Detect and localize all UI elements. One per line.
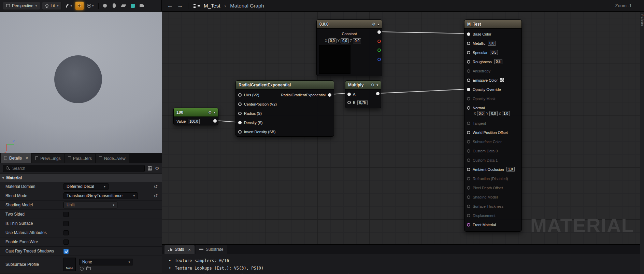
output-pin-result[interactable] (328, 93, 331, 97)
preview-shape-cube-button[interactable] (129, 2, 137, 10)
palette-side-tab[interactable]: Palette (641, 14, 644, 26)
input-pin-specular[interactable] (467, 51, 470, 54)
gear-icon[interactable]: ⚙ (372, 22, 376, 26)
node-header[interactable]: M_Test (464, 20, 521, 29)
enable-exec-wire-checkbox[interactable] (63, 239, 69, 245)
node-header[interactable]: 100 ⚙ ▾ (174, 108, 218, 117)
section-header-material[interactable]: ▾ Material (0, 174, 162, 182)
input-pin-centerposition[interactable] (238, 102, 242, 106)
gear-icon[interactable]: ⚙ (371, 83, 375, 87)
subsurface-profile-thumbnail[interactable]: None (63, 258, 76, 271)
back-arrow-icon[interactable]: ← (167, 3, 173, 9)
preview-shape-sphere-button[interactable] (101, 2, 109, 10)
input-pin-displacement[interactable] (467, 214, 470, 217)
metallic-value-field[interactable]: 0,0 (488, 41, 496, 46)
z-value-field[interactable]: 0,0 (353, 38, 361, 43)
graph-canvas[interactable]: MATERIAL 0,0,0 ⚙ ▴ Constant X 0,0 Y 0,0 (162, 12, 640, 274)
input-pin-custom-data-1[interactable] (467, 159, 470, 162)
input-pin-density[interactable] (238, 121, 242, 124)
input-pin-refraction[interactable] (467, 177, 470, 180)
input-pin-metallic[interactable] (467, 42, 470, 45)
input-pin-front-material[interactable] (467, 223, 470, 227)
normal-x-field[interactable]: 0,0 (477, 111, 485, 116)
blend-mode-dropdown[interactable]: TranslucentGreyTransmittance ▾ (63, 192, 138, 199)
chevron-down-icon[interactable]: ▾ (376, 83, 378, 87)
y-value-field[interactable]: 0,0 (341, 38, 349, 43)
input-pin-base-color[interactable] (467, 32, 470, 36)
node-constant-scalar[interactable]: 100 ⚙ ▾ Value 100,0 (173, 108, 218, 125)
output-pin-r[interactable] (377, 40, 381, 43)
forward-arrow-icon[interactable]: → (177, 3, 183, 9)
input-pin-uvs[interactable] (238, 93, 242, 97)
cast-ray-traced-shadows-checkbox[interactable] (63, 249, 69, 254)
gear-icon[interactable]: ⚙ (208, 110, 212, 114)
lit-dropdown[interactable]: Lit ▾ (42, 2, 62, 10)
input-pin-subsurface-color[interactable] (467, 140, 470, 143)
tab-details[interactable]: Details × (1, 153, 32, 163)
input-pin-shading-model[interactable] (467, 195, 470, 199)
tab-parameters[interactable]: Para...ters (65, 154, 96, 163)
chevron-down-icon[interactable]: ▾ (214, 111, 215, 114)
node-header[interactable]: RadialGradientExponential (236, 81, 334, 90)
preview-viewport[interactable]: z x (0, 12, 162, 153)
use-material-attributes-checkbox[interactable] (63, 230, 69, 235)
input-pin-ambient-occlusion[interactable] (467, 168, 470, 171)
output-pin-rgb[interactable] (377, 30, 381, 34)
input-pin-a[interactable] (347, 93, 351, 96)
material-domain-dropdown[interactable]: Deferred Decal ▾ (63, 183, 109, 190)
output-pin-result[interactable] (376, 92, 380, 95)
is-thin-surface-checkbox[interactable] (63, 221, 69, 226)
view-options-button[interactable]: ▾ (85, 2, 96, 10)
tab-preview-settings[interactable]: Previ...ings (32, 154, 64, 163)
node-constant-vector[interactable]: 0,0,0 ⚙ ▴ Constant X 0,0 Y 0,0 Z 0,0 (316, 19, 382, 76)
chevron-up-icon[interactable]: ▴ (377, 23, 379, 26)
node-header[interactable]: 0,0,0 ⚙ ▴ (317, 20, 382, 29)
ambient-occlusion-value-field[interactable]: 1,0 (506, 167, 515, 172)
output-pin-g[interactable] (377, 49, 381, 52)
specular-value-field[interactable]: 0,5 (490, 50, 498, 55)
display-filter-icon[interactable] (148, 166, 152, 170)
output-pin-b[interactable] (377, 58, 381, 61)
input-pin-invert-density[interactable] (238, 130, 242, 134)
input-pin-normal[interactable] (467, 106, 470, 110)
output-pin-result[interactable] (213, 119, 217, 123)
input-pin-world-position-offset[interactable] (467, 131, 470, 134)
input-pin-roughness[interactable] (467, 60, 470, 64)
breadcrumb-asset[interactable]: M_Test (204, 3, 220, 9)
x-value-field[interactable]: 0,0 (328, 38, 337, 43)
node-multiply[interactable]: Multiply ⚙ ▾ A B 0,75 (345, 80, 381, 108)
browse-asset-icon[interactable] (86, 267, 91, 270)
b-value-field[interactable]: 0,75 (357, 100, 367, 105)
tab-node-preview[interactable]: Node...view (96, 154, 129, 163)
input-pin-opacity-override[interactable] (467, 88, 470, 91)
shading-model-dropdown[interactable]: Unlit ▾ (63, 202, 117, 208)
node-header[interactable]: Multiply ⚙ ▾ (345, 81, 381, 90)
two-sided-checkbox[interactable] (63, 212, 69, 217)
normal-z-field[interactable]: 1,0 (502, 111, 510, 116)
preview-shape-cylinder-button[interactable] (111, 2, 118, 10)
preview-shape-teapot-button[interactable] (138, 2, 146, 10)
roughness-value-field[interactable]: 0,5 (494, 59, 502, 64)
tab-stats[interactable]: Stats × (164, 245, 195, 254)
tab-substrate[interactable]: Substrate (196, 245, 227, 254)
perspective-dropdown[interactable]: Perspective ▾ (3, 2, 40, 10)
input-pin-opacity-mask[interactable] (467, 97, 470, 100)
input-pin-surface-thickness[interactable] (467, 205, 470, 208)
reset-to-default-icon[interactable]: ↺ (154, 184, 158, 189)
input-pin-radius[interactable] (238, 112, 242, 115)
close-icon[interactable]: × (26, 155, 28, 161)
breadcrumb-graph[interactable]: Material Graph (230, 3, 264, 9)
normal-y-field[interactable]: 0,0 (489, 111, 498, 116)
highlighted-tool-button[interactable] (75, 2, 84, 10)
settings-gear-icon[interactable]: ⚙ (155, 166, 159, 170)
input-pin-tangent[interactable] (467, 122, 470, 125)
input-pin-b[interactable] (347, 101, 351, 104)
node-radial-gradient-exponential[interactable]: RadialGradientExponential UVs (V2) Radia… (235, 80, 334, 137)
input-pin-anisotropy[interactable] (467, 69, 470, 73)
close-icon[interactable]: × (188, 247, 191, 252)
search-input[interactable] (12, 166, 142, 171)
node-material-result[interactable]: M_Test Base Color Metallic 0,0 Specular … (464, 19, 522, 232)
input-pin-custom-data-0[interactable] (467, 149, 470, 153)
input-pin-pixel-depth-offset[interactable] (467, 186, 470, 190)
preview-shape-plane-button[interactable] (120, 2, 127, 10)
